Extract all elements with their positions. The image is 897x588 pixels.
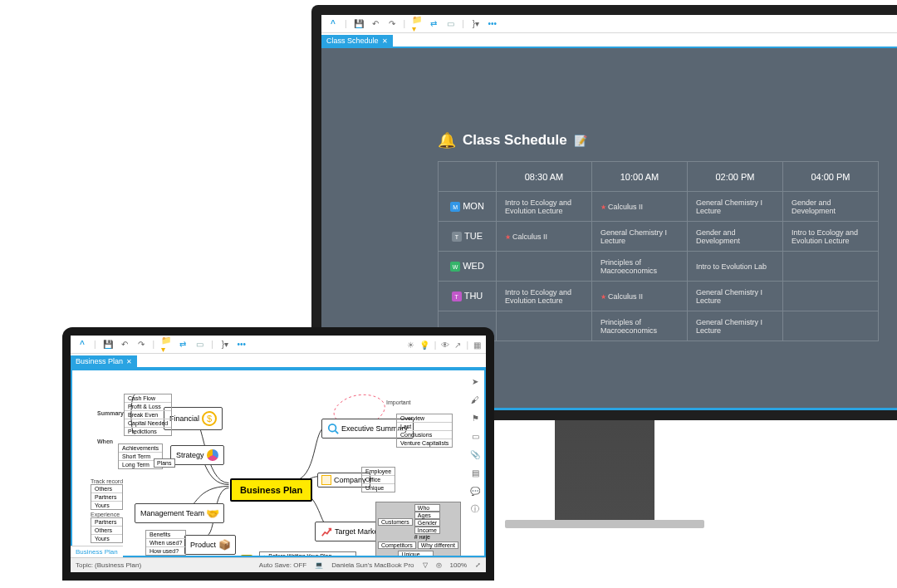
schedule-cell[interactable]: Principles of Macroeconomics — [592, 252, 688, 282]
redo-icon[interactable]: ↷ — [136, 340, 146, 350]
save-icon[interactable]: 💾 — [354, 19, 364, 29]
layers-icon[interactable]: ▤ — [469, 467, 481, 478]
app-logo-icon[interactable]: ^ — [328, 19, 338, 29]
sub-item[interactable]: Income — [414, 527, 440, 534]
sun-icon[interactable]: ☀ — [407, 341, 414, 350]
redo-icon[interactable]: ↷ — [387, 19, 397, 29]
schedule-cell[interactable]: General Chemistry I Lecture — [688, 311, 783, 341]
sub-item[interactable]: Break Even — [125, 411, 171, 419]
topic-product[interactable]: Product 📦 — [184, 535, 236, 555]
tag-icon[interactable]: ▭ — [194, 340, 204, 350]
schedule-cell[interactable]: ★Calculus II — [497, 222, 592, 252]
company-subs[interactable]: Employee Office Unique — [361, 467, 395, 492]
folder-icon[interactable]: 📁▾ — [161, 340, 171, 350]
sub-item[interactable]: Achievements — [119, 444, 162, 453]
undo-icon[interactable]: ↶ — [370, 19, 380, 29]
schedule-cell[interactable]: General Chemistry I Lecture — [688, 192, 783, 222]
sub-item[interactable]: Yours — [91, 535, 122, 542]
sub-group[interactable]: Others Partners Yours — [91, 484, 123, 510]
eye-icon[interactable]: 👁 — [441, 341, 449, 350]
sub-item[interactable]: Unique — [398, 551, 434, 557]
tab-business-plan[interactable]: Business Plan ✕ — [71, 355, 137, 367]
sub-item[interactable]: Why different — [418, 541, 458, 549]
sub-item[interactable]: Who — [414, 504, 440, 512]
sub-group[interactable]: Partners Others Yours — [91, 517, 123, 543]
sub-item[interactable]: Unique — [362, 484, 395, 492]
more-icon[interactable]: ••• — [488, 19, 498, 29]
schedule-cell[interactable] — [497, 252, 592, 282]
sub-item[interactable]: Profit & Loss — [125, 403, 171, 411]
sub-item[interactable]: Employee — [362, 468, 395, 476]
schedule-cell[interactable]: ★Calculus II — [592, 192, 688, 222]
cluster-label[interactable]: Competitors — [378, 541, 416, 549]
brace-icon[interactable]: }▾ — [471, 19, 481, 29]
paint-icon[interactable]: 🖌 — [469, 394, 481, 405]
sub-item[interactable]: Overview — [397, 414, 452, 423]
schedule-cell[interactable]: Intro to Ecology and Evolution Lecture — [783, 222, 879, 252]
sub-item[interactable]: Partners — [91, 518, 122, 527]
sub-item[interactable]: Venture Capitalists — [397, 439, 452, 447]
schedule-cell[interactable]: General Chemistry I Lecture — [688, 282, 783, 311]
close-icon[interactable]: ✕ — [382, 37, 388, 45]
sub-item[interactable]: When used? — [146, 539, 185, 547]
sub-item[interactable]: Gender — [414, 519, 440, 527]
product-subs[interactable]: Benefits When used? How used? — [145, 530, 186, 556]
sub-item[interactable]: Predictions — [125, 428, 171, 435]
schedule-cell[interactable]: General Chemistry I Lecture — [592, 222, 688, 252]
schedule-cell[interactable]: Principles of Macroeconomics — [592, 311, 688, 341]
strategy-plans[interactable]: Plans — [154, 458, 175, 468]
flag-icon[interactable]: ⚑ — [469, 412, 481, 424]
tag-icon[interactable]: ▭ — [445, 19, 455, 29]
undo-icon[interactable]: ↶ — [120, 340, 130, 350]
note-icon[interactable]: ▭ — [469, 430, 481, 442]
cluster-label[interactable]: Customers — [378, 518, 413, 526]
day-cell[interactable]: TTHU — [439, 282, 497, 311]
expand-icon[interactable]: ⤢ — [475, 561, 481, 569]
schedule-cell[interactable]: ★Calculus II — [592, 282, 688, 311]
sub-item[interactable]: Last — [397, 423, 452, 431]
share-icon[interactable]: ↗ — [454, 341, 461, 350]
link-icon[interactable]: ⇄ — [178, 340, 188, 350]
exec-subs[interactable]: Overview Last Conclusions Venture Capita… — [396, 414, 453, 448]
more-icon[interactable]: ••• — [237, 340, 247, 350]
sub-item[interactable]: Benefits — [146, 531, 185, 539]
central-topic[interactable]: Business Plan — [230, 478, 312, 502]
document-tab[interactable]: Business Plan — [71, 546, 123, 557]
clip-icon[interactable]: 📎 — [469, 448, 481, 460]
day-cell[interactable]: TTUE — [439, 222, 497, 252]
info-icon[interactable]: ⓘ — [469, 503, 481, 515]
tab-class-schedule[interactable]: Class Schedule ✕ — [321, 35, 393, 47]
schedule-cell[interactable]: Gender and Development — [783, 192, 879, 222]
sub-item[interactable]: Conclusions — [397, 431, 452, 439]
schedule-cell[interactable] — [783, 252, 879, 282]
close-icon[interactable]: ✕ — [126, 358, 132, 365]
sub-item[interactable]: Others — [91, 527, 122, 535]
financial-subs[interactable]: Cash Flow Profit & Loss Break Even Capit… — [124, 394, 172, 436]
topic-management[interactable]: Management Team 🤝 — [135, 503, 224, 523]
app-logo-icon[interactable]: ^ — [77, 340, 87, 350]
sub-item[interactable]: Office — [362, 476, 395, 484]
mindmap-canvas[interactable]: ➤ 🖌 ⚑ ▭ 📎 ▤ 💬 ⓘ — [71, 369, 486, 557]
schedule-cell[interactable]: Intro to Ecology and Evolution Lecture — [497, 282, 592, 311]
brace-icon[interactable]: }▾ — [220, 340, 230, 350]
grid-icon[interactable]: ▦ — [473, 341, 481, 350]
day-cell[interactable]: MMON — [439, 192, 497, 222]
schedule-cell[interactable]: Intro to Evolution Lab — [688, 252, 783, 282]
sub-item[interactable]: Cash Flow — [125, 394, 171, 403]
sub-item[interactable]: Partners — [91, 493, 122, 502]
schedule-cell[interactable]: Gender and Development — [688, 222, 783, 252]
save-icon[interactable]: 💾 — [103, 340, 113, 350]
folder-icon[interactable]: 📁▾ — [412, 19, 422, 29]
schedule-cell[interactable] — [497, 311, 592, 341]
sub-item[interactable]: How used? — [146, 547, 185, 555]
schedule-cell[interactable]: Intro to Ecology and Evolution Lecture — [497, 192, 592, 222]
target-market-cluster[interactable]: Customers Who Ages Gender Income # није … — [375, 502, 461, 557]
bulb-icon[interactable]: 💡 — [419, 341, 429, 350]
zoom-level[interactable]: 100% — [450, 561, 467, 569]
comment-icon[interactable]: 💬 — [469, 485, 481, 497]
sub-item[interactable]: Capital Needed — [125, 419, 171, 428]
schedule-cell[interactable] — [783, 282, 879, 311]
link-icon[interactable]: ⇄ — [429, 19, 439, 29]
day-cell[interactable]: WWED — [439, 252, 497, 282]
cursor-icon[interactable]: ➤ — [469, 375, 481, 387]
